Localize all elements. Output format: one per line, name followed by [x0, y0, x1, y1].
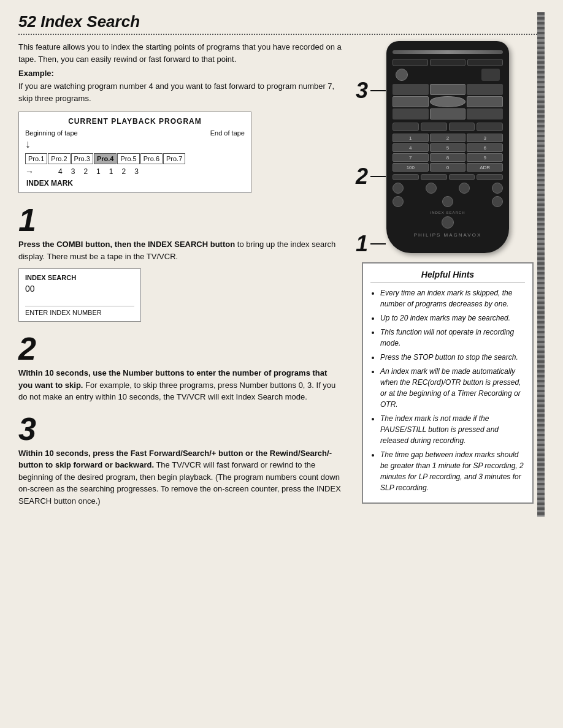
index-search-remote-label: INDEX SEARCH	[393, 211, 503, 214]
easy-btn[interactable]	[467, 59, 503, 66]
remote-wrapper: 3 2 1	[386, 41, 509, 253]
nav-left-btn[interactable]	[393, 96, 429, 107]
hint-1: Every time an index mark is skipped, the…	[380, 287, 525, 309]
playback-title: CURRENT PLAYBACK PROGRAM	[25, 117, 245, 126]
transport-row	[393, 183, 503, 194]
nav-blank-1	[393, 84, 429, 95]
step-3-block: 3 Within 10 seconds, press the Fast Forw…	[18, 413, 350, 507]
rec-btn[interactable]	[393, 196, 404, 207]
stop-btn[interactable]	[492, 183, 503, 194]
hint-2: Up to 20 index marks may be searched.	[380, 313, 525, 324]
step-2-text: Within 10 seconds, use the Number button…	[18, 367, 343, 403]
index-search-label-area: INDEX SEARCH	[393, 211, 503, 229]
num-0[interactable]: 0	[430, 163, 466, 172]
rew-btn[interactable]	[393, 183, 404, 194]
nav-down-btn[interactable]	[430, 108, 466, 119]
num-1[interactable]: 1	[393, 134, 429, 142]
num-7[interactable]: 7	[393, 153, 429, 162]
step-1-bold: Press the COMBI button, then the INDEX S…	[18, 240, 235, 249]
ch-up-btn[interactable]	[421, 123, 447, 131]
dotted-separator	[18, 34, 545, 35]
num-5[interactable]: 5	[430, 143, 466, 152]
sleep-btn[interactable]	[393, 59, 428, 66]
step-1-block: 1 Press the COMBI button, then the INDEX…	[18, 204, 350, 322]
bottom-row	[393, 196, 503, 207]
index-display-title: INDEX SEARCH	[25, 274, 134, 281]
vol-down-btn[interactable]	[449, 123, 475, 131]
nav-blank-3	[393, 108, 429, 119]
page-number: 52	[18, 12, 36, 31]
left-column: This feature allows you to index the sta…	[18, 41, 350, 517]
step-2-block: 2 Within 10 seconds, use the Number butt…	[18, 333, 350, 403]
tape-labels: Beginning of tape End of tape	[25, 129, 245, 137]
prog-5: Pro.5	[117, 153, 139, 164]
index-numbers: 4 3 2 1 1 2 3	[58, 167, 139, 176]
func-btn-2[interactable]	[421, 174, 447, 180]
hint-5: An index mark will be made automatically…	[380, 366, 525, 410]
remote-step-2-label: 2	[356, 164, 368, 189]
num-4[interactable]: 4	[393, 143, 429, 152]
ch-down-btn[interactable]	[393, 123, 419, 131]
top-buttons-row	[393, 59, 503, 66]
remote-step-1-label: 1	[356, 231, 368, 257]
nav-blank-4	[467, 108, 503, 119]
index-display-value: 00	[25, 284, 134, 294]
nav-cross	[393, 84, 503, 119]
vol-up-btn[interactable]	[477, 123, 503, 131]
nav-right-btn[interactable]	[467, 96, 503, 107]
remote-top-bar	[393, 50, 503, 54]
end-label: End of tape	[210, 129, 245, 137]
playback-diagram: CURRENT PLAYBACK PROGRAM Beginning of ta…	[18, 112, 251, 193]
helpful-hints-box: Helpful Hints Every time an index mark i…	[362, 262, 534, 504]
num-3[interactable]: 3	[467, 134, 503, 142]
num-8[interactable]: 8	[430, 153, 466, 162]
step-1-line	[370, 243, 386, 245]
func-btn-4[interactable]	[477, 174, 503, 180]
hints-title: Helpful Hints	[370, 270, 525, 282]
page-wrapper: 52 Index Search This feature allows you …	[18, 12, 545, 517]
page-title-text: Index Search	[40, 12, 140, 31]
step-3-text: Within 10 seconds, press the Fast Forwar…	[18, 447, 343, 507]
mute-btn[interactable]	[430, 59, 465, 66]
hint-6: The index mark is not made if the PAUSE/…	[380, 413, 525, 446]
func-btn-1[interactable]	[393, 174, 419, 180]
step-1-text: Press the COMBI button, then the INDEX S…	[18, 238, 343, 262]
index-mark-label: INDEX MARK	[26, 179, 245, 188]
numpad: 1 2 3 4 5 6 7 8 9 100 0 ADR	[393, 134, 503, 172]
prog-1: Pro.1	[25, 153, 47, 164]
right-column: 3 2 1	[362, 41, 534, 517]
page-title: 52 Index Search	[18, 12, 545, 31]
step-3-number: 3	[18, 413, 350, 445]
nav-up-btn[interactable]	[430, 84, 466, 95]
nav-center-btn[interactable]	[430, 96, 466, 107]
main-layout: This feature allows you to index the sta…	[18, 41, 545, 517]
step-2-number: 2	[18, 333, 350, 365]
volume-area	[481, 69, 500, 81]
power-area	[393, 69, 503, 81]
ff-btn[interactable]	[459, 183, 470, 194]
function-row	[393, 174, 503, 180]
pause-btn[interactable]	[442, 196, 453, 207]
ch-vol-row	[393, 123, 503, 131]
remote-step-3-label: 3	[356, 78, 368, 104]
power-btn[interactable]	[396, 69, 408, 81]
remote-brand: PHILIPS MAGNAVOX	[393, 232, 503, 238]
step-2-line	[370, 176, 386, 177]
num-6[interactable]: 6	[467, 143, 503, 152]
num-9[interactable]: 9	[467, 153, 503, 162]
index-display-footer: ENTER INDEX NUMBER	[25, 306, 134, 316]
remote-control: 1 2 3 4 5 6 7 8 9 100 0 ADR	[386, 41, 509, 253]
index-display: INDEX SEARCH 00 ENTER INDEX NUMBER	[18, 268, 141, 322]
index-search-btn[interactable]	[442, 216, 454, 229]
func-btn-3[interactable]	[449, 174, 475, 180]
prog-3: Pro.3	[71, 153, 93, 164]
num-adr[interactable]: ADR	[467, 163, 503, 172]
num-100[interactable]: 100	[393, 163, 429, 172]
prog-6: Pro.6	[140, 153, 163, 164]
eject-btn[interactable]	[492, 196, 503, 207]
play-btn[interactable]	[426, 183, 437, 194]
prog-7: Pro.7	[163, 153, 185, 164]
example-text: If you are watching program number 4 and…	[18, 80, 343, 104]
intro-paragraph: This feature allows you to index the sta…	[18, 41, 343, 65]
num-2[interactable]: 2	[430, 134, 466, 142]
